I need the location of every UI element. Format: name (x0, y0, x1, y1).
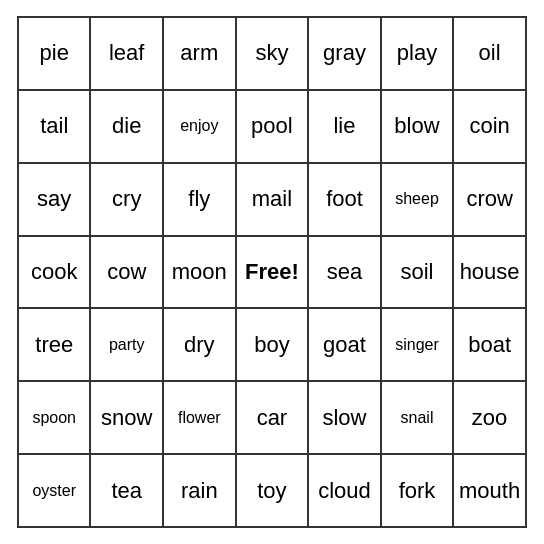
grid-cell: gray (308, 17, 381, 90)
grid-cell: lie (308, 90, 381, 163)
grid-cell: play (381, 17, 453, 90)
grid-cell: Free! (236, 236, 309, 309)
grid-cell: spoon (18, 381, 90, 454)
grid-cell: zoo (453, 381, 526, 454)
grid-cell: cry (90, 163, 163, 236)
grid-cell: oil (453, 17, 526, 90)
grid-cell: fork (381, 454, 453, 527)
grid-cell: tea (90, 454, 163, 527)
grid-cell: fly (163, 163, 236, 236)
grid-cell: pie (18, 17, 90, 90)
grid-cell: soil (381, 236, 453, 309)
grid-cell: party (90, 308, 163, 381)
grid-cell: mail (236, 163, 309, 236)
grid-cell: toy (236, 454, 309, 527)
grid-cell: crow (453, 163, 526, 236)
grid-cell: pool (236, 90, 309, 163)
grid-cell: tree (18, 308, 90, 381)
grid-cell: die (90, 90, 163, 163)
grid-cell: sky (236, 17, 309, 90)
grid-cell: cow (90, 236, 163, 309)
grid-cell: sheep (381, 163, 453, 236)
grid-cell: dry (163, 308, 236, 381)
grid-cell: say (18, 163, 90, 236)
grid-cell: leaf (90, 17, 163, 90)
grid-cell: slow (308, 381, 381, 454)
grid-cell: snow (90, 381, 163, 454)
grid-cell: blow (381, 90, 453, 163)
grid-cell: enjoy (163, 90, 236, 163)
grid-cell: car (236, 381, 309, 454)
grid-cell: arm (163, 17, 236, 90)
grid-cell: boat (453, 308, 526, 381)
grid-cell: moon (163, 236, 236, 309)
grid-cell: singer (381, 308, 453, 381)
grid-cell: snail (381, 381, 453, 454)
grid-cell: rain (163, 454, 236, 527)
grid-cell: mouth (453, 454, 526, 527)
grid-cell: house (453, 236, 526, 309)
grid-cell: cook (18, 236, 90, 309)
grid-cell: cloud (308, 454, 381, 527)
grid-cell: coin (453, 90, 526, 163)
grid-cell: goat (308, 308, 381, 381)
grid-cell: boy (236, 308, 309, 381)
grid-cell: sea (308, 236, 381, 309)
bingo-table: pieleafarmskygrayplayoiltaildieenjoypool… (17, 16, 527, 528)
grid-cell: flower (163, 381, 236, 454)
grid-cell: tail (18, 90, 90, 163)
grid-cell: foot (308, 163, 381, 236)
grid-cell: oyster (18, 454, 90, 527)
